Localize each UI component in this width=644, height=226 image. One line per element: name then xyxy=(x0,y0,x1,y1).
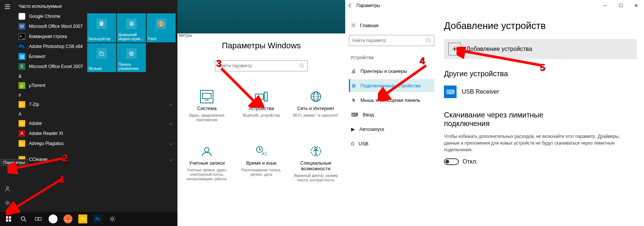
home-link[interactable]: Главная xyxy=(349,20,434,30)
cat-time-language[interactable]: A字 Время и язык Распознавание голоса, ре… xyxy=(235,145,287,183)
tb-settings[interactable] xyxy=(105,212,120,226)
tile-music[interactable]: 🗀Музыка xyxy=(87,43,116,72)
tile-calculator[interactable]: 🖩Калькулятор xyxy=(87,13,116,42)
sidebar-autoplay[interactable]: ▶Автозапуск xyxy=(349,123,434,136)
sidebar-label: Ввод xyxy=(363,112,374,117)
letter-hash[interactable]: # xyxy=(15,90,177,99)
utorrent-icon: µ xyxy=(19,82,25,89)
window-titlebar: Параметры ─ ☐ ✕ xyxy=(345,0,644,11)
tile-media-server[interactable]: 🖥Домашний медиа-серве... xyxy=(117,13,146,42)
app-label: µTorrent xyxy=(29,83,45,88)
tile-label: Калькулятор xyxy=(89,37,115,41)
paint-icon: 🎨 xyxy=(156,19,166,29)
app-label: Microsoft Office Word 2007 xyxy=(29,24,83,29)
back-icon[interactable] xyxy=(347,3,353,8)
close-button[interactable]: ✕ xyxy=(628,0,644,11)
calculator-icon: 🖩 xyxy=(97,19,107,29)
chevron-down-icon: ⌄ xyxy=(169,102,172,106)
app-label: Adobe Reader XI xyxy=(29,131,63,136)
app-utorrent[interactable]: µµTorrent xyxy=(15,80,177,90)
control-panel-icon: ⚙ xyxy=(126,48,137,59)
search-input[interactable] xyxy=(218,63,299,68)
window-title: Параметры xyxy=(356,3,380,8)
frequent-header[interactable]: Часто используемые xyxy=(15,2,177,11)
connected-icon: 🖥 xyxy=(351,83,356,88)
sidebar-connected-devices[interactable]: 🖥Подключенные устройства xyxy=(349,79,434,92)
add-device-button[interactable]: + Добавление устройства xyxy=(444,39,637,59)
tb-photoshop[interactable]: Ps xyxy=(91,212,105,226)
sidebar-typing[interactable]: ⌨Ввод xyxy=(349,108,434,121)
cat-ease-of-access[interactable]: Специальные возможности Экранный диктор,… xyxy=(290,145,342,183)
usb-icon: ⎙ xyxy=(351,141,354,146)
cat-system[interactable]: Система Экран, уведомления, приложения xyxy=(181,90,233,122)
settings-tooltip: Параметры xyxy=(1,159,28,166)
cat-title: Учетные записи xyxy=(189,160,225,166)
start-rail xyxy=(0,0,15,226)
settings-categories: Система Экран, уведомления, приложения У… xyxy=(177,90,345,183)
chevron-down-icon: ⌄ xyxy=(169,157,172,161)
network-icon xyxy=(309,90,323,103)
photoshop-icon: Ps xyxy=(19,43,25,50)
search-icon xyxy=(299,63,304,68)
tb-chrome[interactable]: ◉ xyxy=(46,212,60,226)
letter-a[interactable]: A xyxy=(15,109,177,118)
desktop-behind xyxy=(177,0,345,33)
app-reader[interactable]: AAdobe Reader XI xyxy=(15,128,177,138)
chevron-down-icon: ⌄ xyxy=(169,121,172,125)
svg-point-11 xyxy=(300,64,303,67)
hamburger-icon[interactable] xyxy=(4,4,10,10)
keyboard-icon: ⌨ xyxy=(444,85,457,98)
letter-amp[interactable]: & xyxy=(15,71,177,80)
system-icon xyxy=(200,90,213,103)
sidebar-search[interactable] xyxy=(349,35,434,46)
folder-icon: 🗀 xyxy=(19,120,25,127)
cat-title: Специальные возможности xyxy=(290,160,342,171)
device-usb-receiver[interactable]: ⌨ USB Receiver xyxy=(444,83,637,100)
sidebar-mouse[interactable]: 🖱Мышь и сенсорная панель xyxy=(349,94,434,107)
app-ccleaner[interactable]: 🗀CCleaner⌄ xyxy=(15,154,177,164)
tb-explorer[interactable]: 🗀 xyxy=(76,212,90,226)
tile-paint[interactable]: 🎨Paint xyxy=(147,13,176,42)
tb-firefox[interactable]: 🦊 xyxy=(61,212,75,226)
tile-label: Домашний медиа-серве... xyxy=(118,33,144,41)
search-icon[interactable] xyxy=(16,212,30,226)
cat-network[interactable]: Сеть и Интернет Wi-Fi, режим " в самолет… xyxy=(290,90,342,122)
sidebar-label: Автозапуск xyxy=(359,126,384,132)
photoshop-icon: Ps xyxy=(93,214,102,223)
tile-control-panel[interactable]: ⚙Панель управления xyxy=(117,43,146,72)
minimize-button[interactable]: ─ xyxy=(597,0,613,11)
app-7zip[interactable]: 🗀7-Zip⌄ xyxy=(15,99,177,109)
time-lang-icon: A字 xyxy=(255,145,268,158)
svg-rect-8 xyxy=(35,217,38,220)
start-tiles: 🖩Калькулятор 🖥Домашний медиа-серве... 🎨P… xyxy=(87,13,176,72)
music-folder-icon: 🗀 xyxy=(97,48,107,59)
sidebar-printers[interactable]: 🖨Принтеры и сканеры xyxy=(349,65,434,78)
sidebar-usb[interactable]: ⎙USB xyxy=(349,137,434,150)
app-adobe[interactable]: 🗀Adobe⌄ xyxy=(15,118,177,128)
svg-point-10 xyxy=(111,218,114,220)
taskbar: ◉ 🦊 🗀 Ps xyxy=(0,212,177,226)
svg-point-0 xyxy=(6,187,9,189)
svg-rect-13 xyxy=(255,94,264,99)
ease-icon xyxy=(309,145,323,158)
settings-title: Параметры Windows xyxy=(177,41,345,51)
maximize-button[interactable]: ☐ xyxy=(613,0,628,11)
search-input[interactable] xyxy=(352,38,426,43)
cat-accounts[interactable]: Учетные записи Учетные записи, адрес эле… xyxy=(181,145,233,183)
app-label: Advego Plagiatus xyxy=(29,141,63,146)
devices-settings-window: Параметры ─ ☐ ✕ Главная Устройства 🖨Прин… xyxy=(345,0,644,226)
tile-label: Paint xyxy=(148,37,174,41)
metered-toggle[interactable]: Откл. xyxy=(444,158,637,165)
user-icon[interactable] xyxy=(2,184,13,194)
cat-subtitle: Распознавание голоса, регион, дата xyxy=(235,168,287,177)
cat-devices[interactable]: Устройства Bluetooth, устройства xyxy=(235,90,287,122)
settings-gear-icon[interactable] xyxy=(2,198,13,208)
task-view-icon[interactable] xyxy=(31,212,45,226)
app-advego[interactable]: 🗀Advego Plagiatus⌄ xyxy=(15,138,177,148)
svg-rect-3 xyxy=(6,216,8,219)
start-button[interactable] xyxy=(1,212,16,226)
svg-point-18 xyxy=(205,148,209,152)
toggle-switch[interactable] xyxy=(444,158,459,165)
excel-icon: X xyxy=(19,63,25,70)
settings-search[interactable] xyxy=(215,60,308,71)
